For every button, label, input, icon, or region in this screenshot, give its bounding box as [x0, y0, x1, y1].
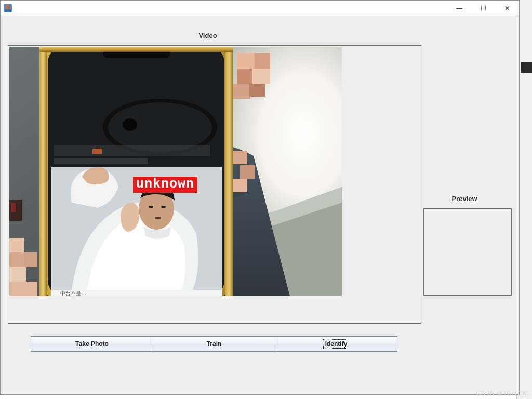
java-cup-icon — [4, 4, 12, 12]
svg-rect-29 — [92, 149, 102, 154]
minimize-icon: — — [456, 5, 462, 12]
face-label-overlay: unknown — [133, 177, 197, 193]
window-controls: — ☐ ✕ — [447, 1, 519, 16]
video-label: Video — [1, 32, 415, 39]
identify-label: Identify — [324, 340, 349, 348]
svg-rect-34 — [161, 206, 166, 208]
svg-text:中台不是…: 中台不是… — [60, 290, 86, 296]
window-content: Video — [1, 16, 519, 394]
svg-rect-10 — [233, 151, 247, 164]
close-button[interactable]: ✕ — [495, 1, 519, 16]
identify-button[interactable]: Identify — [275, 336, 397, 352]
video-panel: 中台不是… unknown — [8, 45, 421, 324]
svg-rect-5 — [255, 53, 270, 69]
train-label: Train — [205, 340, 223, 348]
maximize-button[interactable]: ☐ — [471, 1, 495, 16]
video-image: 中台不是… — [9, 47, 342, 296]
close-icon: ✕ — [504, 5, 510, 12]
svg-rect-12 — [233, 179, 247, 192]
svg-rect-14 — [9, 252, 24, 267]
minimize-button[interactable]: — — [447, 1, 471, 16]
svg-rect-17 — [9, 282, 37, 296]
preview-label: Preview — [425, 195, 503, 203]
svg-rect-4 — [237, 53, 255, 69]
titlebar-left — [4, 4, 15, 12]
titlebar[interactable]: — ☐ ✕ — [1, 1, 519, 16]
take-photo-label: Take Photo — [74, 340, 110, 348]
svg-rect-8 — [233, 84, 250, 99]
svg-rect-22 — [225, 47, 233, 296]
svg-rect-23 — [39, 47, 233, 52]
button-row: Take Photo Train Identify — [31, 336, 397, 352]
svg-rect-7 — [252, 69, 270, 84]
maximize-icon: ☐ — [481, 5, 486, 12]
train-button[interactable]: Train — [153, 336, 275, 352]
svg-rect-21 — [39, 47, 47, 296]
svg-point-26 — [123, 118, 137, 131]
svg-rect-39 — [11, 203, 16, 212]
svg-rect-16 — [24, 252, 37, 267]
svg-rect-27 — [54, 145, 210, 156]
svg-rect-11 — [240, 165, 255, 179]
take-photo-button[interactable]: Take Photo — [31, 336, 153, 352]
svg-rect-9 — [249, 84, 265, 97]
svg-rect-15 — [9, 267, 26, 283]
preview-panel — [423, 208, 512, 296]
video-feed: 中台不是… unknown — [9, 47, 342, 296]
svg-rect-13 — [9, 238, 24, 252]
background-accent — [521, 62, 532, 73]
svg-rect-28 — [54, 158, 148, 164]
app-window: — ☐ ✕ Video — [0, 0, 520, 395]
svg-rect-6 — [237, 69, 252, 84]
svg-rect-33 — [149, 206, 153, 208]
svg-rect-35 — [155, 217, 161, 219]
